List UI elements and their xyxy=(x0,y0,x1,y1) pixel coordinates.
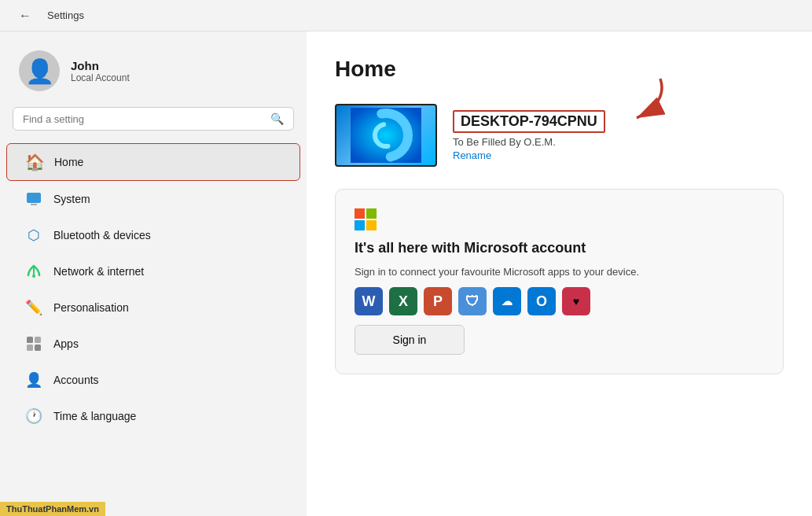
rename-link[interactable]: Rename xyxy=(453,149,605,161)
ms-app-icons: W X P 🛡 ☁ O ♥ xyxy=(355,287,764,315)
search-icon: 🔍 xyxy=(270,112,284,125)
device-name-box: DESKTOP-794CPNU xyxy=(453,110,605,133)
user-info: John Local Account xyxy=(71,59,130,83)
ms-logo xyxy=(355,208,378,230)
svg-rect-3 xyxy=(27,337,33,343)
page-title: Home xyxy=(335,57,784,82)
ms-logo-green xyxy=(366,208,377,219)
ms-card-title: It's all here with Microsoft account xyxy=(355,240,764,256)
svg-point-2 xyxy=(32,275,35,278)
user-subtitle: Local Account xyxy=(71,72,130,83)
watermark: ThuThuatPhanMem.vn xyxy=(0,502,105,516)
language-icon: 🕐 xyxy=(25,407,42,425)
excel-icon: X xyxy=(389,287,417,315)
svg-rect-5 xyxy=(27,345,33,351)
sidebar-item-apps[interactable]: Apps xyxy=(6,326,300,362)
outlook-icon: O xyxy=(527,287,556,315)
device-card: DESKTOP-794CPNU To Be Filled By O.E.M. R… xyxy=(335,104,784,167)
sidebar-item-language[interactable]: 🕐 Time & language xyxy=(6,398,300,434)
svg-rect-1 xyxy=(31,204,37,205)
personalisation-icon: ✏️ xyxy=(25,299,42,316)
sidebar-item-accounts[interactable]: 👤 Accounts xyxy=(6,362,300,398)
search-input[interactable] xyxy=(23,113,264,125)
back-button[interactable]: ← xyxy=(13,6,38,26)
nav-label-network: Network & internet xyxy=(53,265,144,278)
apps-icon xyxy=(25,335,42,352)
svg-rect-4 xyxy=(35,337,41,343)
nav-label-bluetooth: Bluetooth & devices xyxy=(53,229,151,241)
defender-icon: 🛡 xyxy=(458,287,487,315)
content-area: Home DESKT xyxy=(307,31,812,516)
titlebar-title: Settings xyxy=(47,9,84,21)
ms-logo-blue xyxy=(355,220,365,230)
nav-label-language: Time & language xyxy=(53,410,136,422)
titlebar: ← Settings xyxy=(0,0,812,31)
user-profile: 👤 John Local Account xyxy=(0,41,307,107)
main-layout: 👤 John Local Account 🔍 🏠 Home System ⬡ B… xyxy=(0,31,812,516)
user-avatar-icon: 👤 xyxy=(25,57,54,85)
nav-label-system: System xyxy=(53,193,90,205)
device-subtitle: To Be Filled By O.E.M. xyxy=(453,136,605,148)
ms-logo-red xyxy=(355,208,365,219)
user-name: John xyxy=(71,59,130,72)
nav-label-accounts: Accounts xyxy=(53,374,99,386)
word-icon: W xyxy=(355,287,383,315)
bluetooth-icon: ⬡ xyxy=(25,227,42,244)
powerpoint-icon: P xyxy=(424,287,452,315)
search-bar[interactable]: 🔍 xyxy=(13,107,294,131)
home-icon: 🏠 xyxy=(26,153,43,171)
sign-in-button[interactable]: Sign in xyxy=(355,325,465,355)
device-info-wrap: DESKTOP-794CPNU To Be Filled By O.E.M. R… xyxy=(453,110,605,161)
nav-label-home: Home xyxy=(54,156,83,168)
sidebar-item-network[interactable]: Network & internet xyxy=(6,253,300,289)
network-icon xyxy=(25,263,42,280)
system-icon xyxy=(25,190,42,208)
sidebar-item-personalisation[interactable]: ✏️ Personalisation xyxy=(6,289,300,326)
nav-label-apps: Apps xyxy=(53,337,79,350)
ms-card-description: Sign in to connect your favourite Micros… xyxy=(355,266,764,278)
avatar: 👤 xyxy=(19,50,60,91)
sidebar: 👤 John Local Account 🔍 🏠 Home System ⬡ B… xyxy=(0,31,307,516)
accounts-icon: 👤 xyxy=(25,371,42,389)
sidebar-item-bluetooth[interactable]: ⬡ Bluetooth & devices xyxy=(6,217,300,253)
family-icon: ♥ xyxy=(562,287,590,315)
nav-label-personalisation: Personalisation xyxy=(53,301,129,314)
svg-rect-0 xyxy=(27,193,41,203)
win11-thumbnail xyxy=(351,108,421,163)
sidebar-item-system[interactable]: System xyxy=(6,181,300,217)
device-thumbnail xyxy=(335,104,437,167)
ms-account-card: It's all here with Microsoft account Sig… xyxy=(335,189,784,374)
sidebar-item-home[interactable]: 🏠 Home xyxy=(6,143,300,181)
device-name: DESKTOP-794CPNU xyxy=(461,113,597,129)
sign-in-wrapper: Sign in xyxy=(355,325,764,355)
ms-logo-yellow xyxy=(366,220,377,230)
onedrive-icon: ☁ xyxy=(493,287,521,315)
svg-rect-6 xyxy=(35,345,41,351)
